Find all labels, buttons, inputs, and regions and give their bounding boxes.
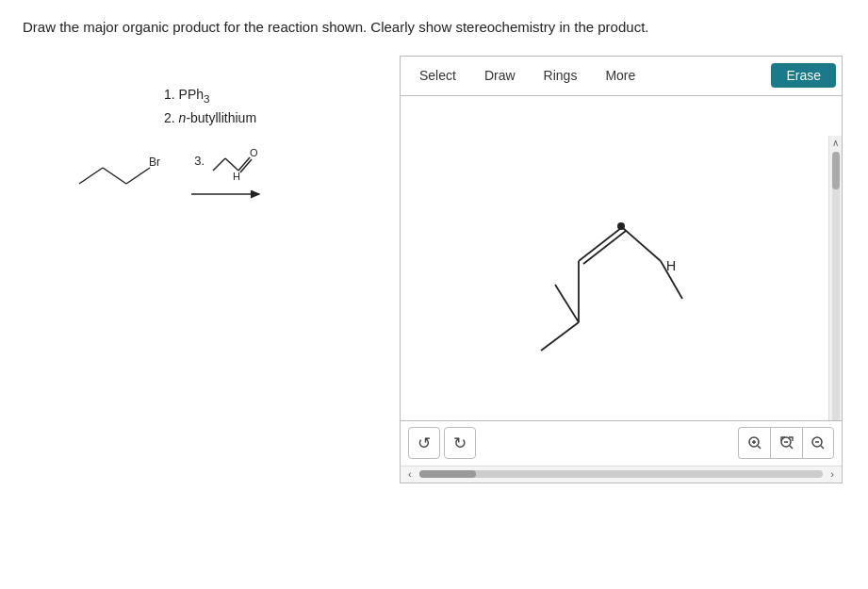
arrow-area: 3. O H bbox=[189, 144, 265, 205]
undo-button[interactable]: ↺ bbox=[408, 427, 440, 459]
reaction-area: 1. PPh3 2. n-butyllithium Br 3. bbox=[23, 56, 400, 207]
select-button[interactable]: Select bbox=[406, 63, 469, 88]
scroll-up-arrow[interactable]: ∧ bbox=[832, 136, 839, 150]
reaction-diagram: Br 3. O bbox=[70, 141, 265, 207]
zoom-controls bbox=[738, 427, 834, 459]
scroll-left-arrow[interactable]: ‹ bbox=[404, 468, 416, 480]
svg-line-2 bbox=[126, 168, 150, 184]
scroll-track bbox=[832, 152, 840, 420]
svg-line-11 bbox=[541, 322, 579, 351]
svg-line-23 bbox=[758, 446, 761, 449]
zoom-out-icon bbox=[811, 435, 826, 450]
main-content: 1. PPh3 2. n-butyllithium Br 3. bbox=[23, 56, 845, 483]
h-scroll-track bbox=[419, 470, 824, 478]
horizontal-scrollbar[interactable]: ‹ › bbox=[401, 466, 842, 483]
zoom-in-icon bbox=[747, 435, 762, 450]
product-canvas[interactable]: H bbox=[401, 96, 842, 417]
zoom-fit-icon bbox=[779, 435, 794, 450]
svg-line-0 bbox=[79, 168, 103, 184]
svg-text:H: H bbox=[233, 171, 240, 180]
drawing-panel: Select Draw Rings More Erase bbox=[400, 56, 843, 483]
svg-line-14 bbox=[579, 228, 621, 261]
toolbar: Select Draw Rings More Erase bbox=[401, 57, 842, 96]
scroll-right-arrow[interactable]: › bbox=[827, 468, 838, 480]
scroll-thumb bbox=[832, 152, 840, 189]
draw-button[interactable]: Draw bbox=[471, 63, 529, 88]
svg-line-1 bbox=[103, 168, 126, 184]
redo-button[interactable]: ↻ bbox=[444, 427, 476, 459]
reactant-molecule: Br bbox=[70, 141, 178, 207]
zoom-in-button[interactable] bbox=[738, 427, 770, 459]
h-scroll-thumb bbox=[419, 470, 476, 478]
reaction-steps: 1. PPh3 2. n-butyllithium bbox=[164, 84, 256, 130]
step-1: 1. PPh3 bbox=[164, 84, 256, 108]
svg-line-17 bbox=[623, 228, 661, 261]
vertical-scrollbar[interactable]: ∧ ∨ bbox=[828, 136, 842, 420]
svg-line-12 bbox=[555, 285, 579, 322]
svg-line-26 bbox=[790, 446, 793, 449]
step-2: 2. n-butyllithium bbox=[164, 107, 256, 130]
rings-button[interactable]: Rings bbox=[531, 63, 591, 88]
step3-label: 3. O H bbox=[194, 144, 259, 180]
reaction-arrow bbox=[189, 184, 265, 205]
canvas-area[interactable]: H ∧ ∨ bbox=[401, 96, 842, 420]
svg-line-15 bbox=[583, 231, 626, 264]
svg-text:Br: Br bbox=[149, 155, 160, 169]
more-button[interactable]: More bbox=[592, 63, 648, 88]
svg-text:H: H bbox=[666, 258, 676, 273]
question-text: Draw the major organic product for the r… bbox=[23, 17, 845, 39]
svg-line-5 bbox=[225, 158, 238, 171]
ketone-molecule: O H bbox=[208, 144, 260, 180]
svg-line-4 bbox=[213, 158, 225, 171]
bottom-bar: ↺ ↻ bbox=[401, 420, 842, 466]
svg-text:O: O bbox=[250, 147, 258, 158]
zoom-fit-button[interactable] bbox=[770, 427, 802, 459]
zoom-out-button[interactable] bbox=[802, 427, 834, 459]
svg-line-29 bbox=[821, 446, 824, 449]
erase-button[interactable]: Erase bbox=[771, 63, 836, 88]
